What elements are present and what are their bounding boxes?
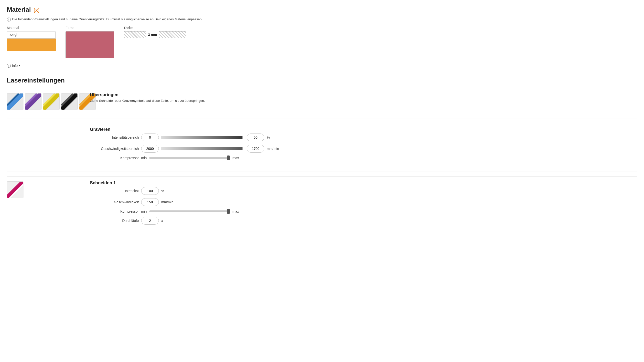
material-label: Material — [7, 26, 56, 30]
durchlaufe-row: Durchläufe x — [90, 217, 637, 225]
durchlaufe-input[interactable] — [141, 217, 159, 225]
dicke-display: 3 mm — [124, 31, 186, 38]
schneiden-intensitat-label: Intensität — [90, 189, 139, 193]
chevron-down-icon: ▾ — [19, 64, 20, 67]
intensitat-label: Intensitätsbereich — [90, 135, 139, 139]
swatch-black[interactable] — [61, 93, 78, 110]
kompressor-row: Kompressor min max — [90, 156, 637, 160]
swatch-purple[interactable] — [25, 93, 42, 110]
gravieren-title: Gravieren — [90, 127, 637, 132]
divider-1 — [7, 72, 637, 72]
schneiden-content: Schneiden 1 Intensität % Geschwindigkeit… — [90, 180, 637, 228]
dicke-stripe-left — [124, 31, 146, 38]
info-toggle-icon: i — [7, 64, 11, 68]
schneiden-kompressor-max: max — [232, 209, 239, 213]
schneiden-kompressor-slider: min max — [141, 209, 239, 213]
material-selector-value: Acryl — [7, 31, 56, 38]
info-notice: i Die folgenden Voreinstellungen sind nu… — [7, 17, 637, 21]
farbe-label: Farbe — [66, 26, 114, 30]
kompressor-thumb — [227, 155, 230, 160]
notice-text: Die folgenden Voreinstellungen sind nur … — [12, 17, 202, 21]
geschwindigkeit-row: Geschwindigkeitsbereich 1700 mm/min — [90, 145, 637, 153]
swatch-blue[interactable] — [7, 93, 24, 110]
durchlaufe-label: Durchläufe — [90, 219, 139, 223]
info-toggle[interactable]: i Info ▾ — [7, 63, 20, 68]
schneiden-geschwindigkeit-label: Geschwindigkeit — [90, 200, 139, 204]
geschwindigkeit-unit: mm/min — [267, 147, 282, 151]
schneiden-kompressor-min: min — [141, 209, 147, 213]
schneiden-swatch[interactable] — [7, 181, 24, 198]
intensitat-min-input[interactable] — [141, 133, 159, 141]
gravieren-swatch-area — [7, 127, 90, 163]
schneiden-kompressor-label: Kompressor — [90, 209, 139, 213]
intensitat-unit: % — [267, 135, 282, 139]
material-color-bar — [7, 38, 56, 51]
geschwindigkeit-label: Geschwindigkeitsbereich — [90, 147, 139, 151]
schneiden-title: Schneiden 1 — [90, 180, 637, 186]
schneiden-panel: Schneiden 1 Intensität % Geschwindigkeit… — [7, 176, 637, 228]
material-selector[interactable]: Acryl — [7, 31, 56, 51]
material-row: Material Acryl Farbe Dicke 3 mm — [7, 26, 637, 58]
geschwindigkeit-slider[interactable] — [161, 145, 244, 153]
notice-info-icon: i — [7, 17, 11, 21]
uberspringen-content: Überspringen Ziehe Schneide- oder Gravie… — [90, 92, 637, 110]
kompressor-label: Kompressor — [90, 156, 139, 160]
geschwindigkeit-slider-track — [161, 147, 244, 150]
material-badge: [x] — [34, 7, 40, 13]
kompressor-min-label: min — [141, 156, 147, 160]
schneiden-kompressor-thumb — [227, 209, 230, 214]
gravieren-content: Gravieren Intensitätsbereich 50 % Geschw… — [90, 127, 637, 163]
swatch-row — [7, 93, 96, 110]
uberspringen-panel: Überspringen Ziehe Schneide- oder Gravie… — [7, 88, 637, 114]
geschwindigkeit-min-input[interactable] — [141, 145, 159, 153]
dicke-stripe-right — [159, 31, 186, 38]
material-section: Material [x] i Die folgenden Voreinstell… — [7, 6, 637, 68]
kompressor-max-label: max — [232, 156, 239, 160]
schneiden-geschwindigkeit-row: Geschwindigkeit mm/min — [90, 198, 637, 206]
swatch-yellow[interactable] — [43, 93, 60, 110]
uberspringen-swatches — [7, 92, 90, 110]
schneiden-kompressor-track[interactable] — [149, 210, 230, 212]
uberspringen-title: Überspringen — [90, 92, 637, 97]
dicke-value: 3 mm — [148, 33, 157, 37]
schneiden-kompressor-row: Kompressor min max — [90, 209, 637, 213]
dicke-label: Dicke — [124, 26, 186, 30]
geschwindigkeit-slider-thumb — [242, 147, 244, 150]
intensitat-max-value: 50 — [247, 133, 264, 141]
farbe-col: Farbe — [66, 26, 114, 58]
schneiden-intensitat-input[interactable] — [141, 187, 159, 195]
farbe-swatch[interactable] — [66, 31, 114, 58]
schneiden-intensitat-row: Intensität % — [90, 187, 637, 195]
divider-schneiden — [7, 172, 637, 172]
material-title: Material [x] — [7, 6, 637, 13]
kompressor-slider-container: min max — [141, 156, 239, 160]
intensitat-slider-track — [161, 136, 244, 139]
schneiden-intensitat-unit: % — [161, 189, 176, 193]
uberspringen-desc: Ziehe Schneide- oder Graviersymbole auf … — [90, 99, 637, 102]
geschwindigkeit-max-value: 1700 — [247, 145, 264, 153]
material-col: Material Acryl — [7, 26, 56, 51]
schneiden-geschwindigkeit-input[interactable] — [141, 198, 159, 206]
dicke-col: Dicke 3 mm — [124, 26, 186, 38]
gravieren-panel: Gravieren Intensitätsbereich 50 % Geschw… — [7, 123, 637, 167]
divider-gravieren — [7, 118, 637, 118]
intensitat-row: Intensitätsbereich 50 % — [90, 133, 637, 141]
info-toggle-label: Info — [12, 64, 18, 68]
laser-title: Lasereinstellungen — [7, 77, 637, 84]
schneiden-swatch-area — [7, 180, 90, 228]
intensitat-slider-thumb — [242, 136, 244, 139]
schneiden-geschwindigkeit-unit: mm/min — [161, 200, 176, 204]
intensitat-slider[interactable] — [161, 133, 244, 141]
laser-section: Lasereinstellungen — [7, 77, 637, 228]
durchlaufe-unit: x — [161, 219, 176, 223]
kompressor-track[interactable] — [149, 157, 230, 159]
